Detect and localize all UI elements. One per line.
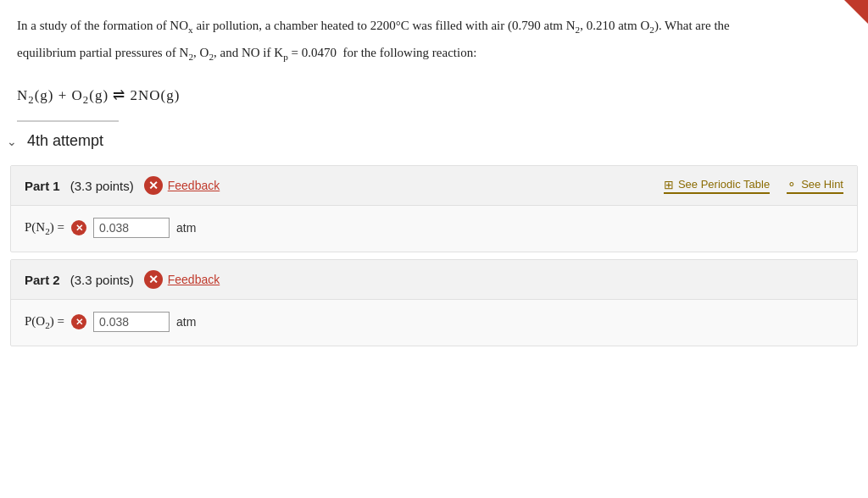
hint-icon: ⚬ xyxy=(787,178,797,191)
part-1-body: P(N2) = ✕ atm xyxy=(11,206,857,252)
part-1-tools: ⊞ See Periodic Table ⚬ See Hint xyxy=(664,178,843,194)
part-1-input-error-icon: ✕ xyxy=(71,220,86,235)
equation-formula: N2(g) + O2(g) ⇌ 2NO(g) xyxy=(17,87,180,103)
part-2-points: (3.3 points) xyxy=(70,273,134,287)
part-1-section: Part 1 (3.3 points) ✕ Feedback ⊞ See Per… xyxy=(10,165,858,252)
question-paragraph-1: In a study of the formation of NOx air p… xyxy=(17,15,851,37)
attempt-header: ⌄ 4th attempt xyxy=(0,122,868,158)
periodic-table-icon: ⊞ xyxy=(664,178,674,191)
part-2-feedback-button[interactable]: ✕ Feedback xyxy=(144,270,220,289)
part-2-answer-label: P(O2) = xyxy=(25,314,64,330)
part-2-answer-input[interactable] xyxy=(93,312,170,332)
periodic-table-button[interactable]: ⊞ See Periodic Table xyxy=(664,178,770,194)
part-2-answer-row: P(O2) = ✕ atm xyxy=(25,312,843,332)
part-1-header: Part 1 (3.3 points) ✕ Feedback ⊞ See Per… xyxy=(11,166,857,206)
red-corner-decoration xyxy=(844,0,868,24)
part-1-error-icon: ✕ xyxy=(144,176,163,195)
part-2-input-error-icon: ✕ xyxy=(71,314,86,329)
part-2-header: Part 2 (3.3 points) ✕ Feedback xyxy=(11,260,857,300)
hint-label: See Hint xyxy=(801,178,843,191)
part-1-points: (3.3 points) xyxy=(70,179,134,193)
part-1-unit: atm xyxy=(176,221,196,235)
part-2-unit: atm xyxy=(176,315,196,329)
periodic-table-label: See Periodic Table xyxy=(678,178,770,191)
hint-button[interactable]: ⚬ See Hint xyxy=(787,178,843,194)
question-paragraph-2: equilibrium partial pressures of N2, O2,… xyxy=(17,42,851,64)
chevron-icon[interactable]: ⌄ xyxy=(7,135,17,148)
part-1-answer-label: P(N2) = xyxy=(25,220,64,236)
part-2-feedback-label[interactable]: Feedback xyxy=(168,273,220,286)
part-1-feedback-label[interactable]: Feedback xyxy=(168,179,220,192)
part-2-error-icon: ✕ xyxy=(144,270,163,289)
part-2-body: P(O2) = ✕ atm xyxy=(11,300,857,346)
attempt-label: 4th attempt xyxy=(27,132,103,150)
part-2-section: Part 2 (3.3 points) ✕ Feedback P(O2) = ✕… xyxy=(10,259,858,346)
part-1-answer-row: P(N2) = ✕ atm xyxy=(25,218,843,238)
part-1-feedback-button[interactable]: ✕ Feedback xyxy=(144,176,220,195)
part-1-answer-input[interactable] xyxy=(93,218,170,238)
equation-block: N2(g) + O2(g) ⇌ 2NO(g) xyxy=(0,78,868,120)
part-1-title: Part 1 xyxy=(25,179,60,193)
part-2-title: Part 2 xyxy=(25,273,60,287)
question-text: In a study of the formation of NOx air p… xyxy=(0,0,868,78)
